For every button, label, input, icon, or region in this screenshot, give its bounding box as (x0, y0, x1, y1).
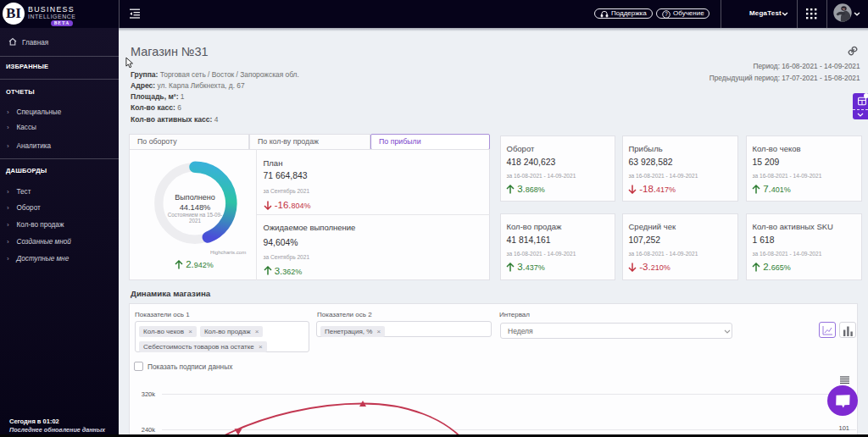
svg-text:?: ? (665, 11, 668, 17)
